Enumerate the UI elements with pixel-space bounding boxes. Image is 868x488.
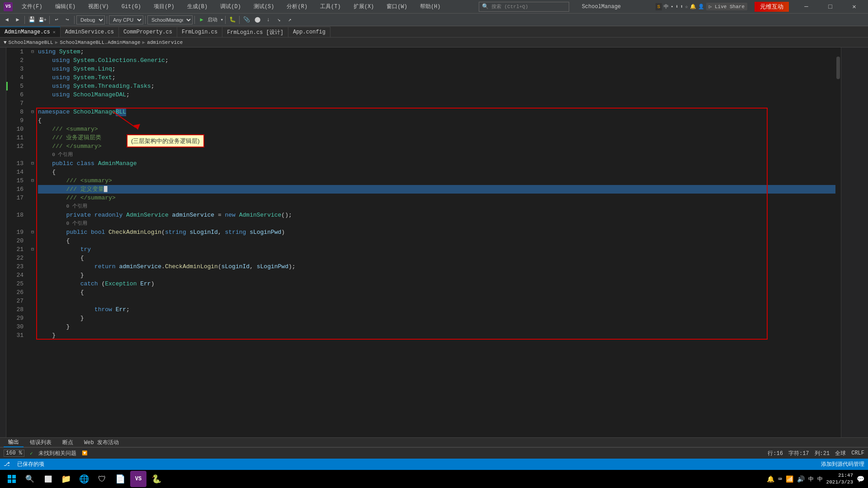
menu-project[interactable]: 项目(P)	[150, 2, 178, 12]
code-line-29	[38, 297, 835, 305]
forward-btn[interactable]: ▶	[13, 15, 23, 25]
menu-extensions[interactable]: 扩展(X)	[350, 2, 378, 12]
browser-icon[interactable]: 🌐	[76, 471, 92, 487]
code-content[interactable]: using System; using System.Collections.G…	[36, 47, 835, 437]
menu-edit[interactable]: 编辑(E)	[52, 2, 80, 12]
step-out-btn[interactable]: ↗	[285, 15, 295, 25]
menu-test[interactable]: 测试(S)	[250, 2, 278, 12]
token: class	[77, 159, 98, 168]
code-line-13: public class AdminManage	[38, 159, 835, 168]
path-right[interactable]: adminService	[147, 40, 183, 45]
tab-frm-login-design[interactable]: FrmLogin.cs [设计]	[222, 27, 288, 37]
tab-frm-login[interactable]: FrmLogin.cs	[177, 27, 222, 37]
tab-admin-manage[interactable]: AdminManage.cs ✕	[0, 27, 61, 37]
indent-11	[38, 142, 52, 151]
tab-close-admin[interactable]: ✕	[53, 29, 56, 35]
debug-btn[interactable]: 🐛	[227, 15, 237, 25]
explorer-icon[interactable]: 📁	[58, 471, 74, 487]
tab-app-config[interactable]: App.config	[288, 27, 330, 37]
search-input[interactable]: 搜索 (Ctrl+Q)	[491, 3, 528, 10]
fold-13[interactable]: ⊟	[29, 159, 36, 168]
token: (	[161, 228, 165, 237]
attach-btn[interactable]: 📎	[241, 15, 251, 25]
run-btn[interactable]: ▶	[197, 15, 207, 25]
menu-git[interactable]: Git(G)	[118, 2, 145, 12]
word-icon[interactable]: 📄	[112, 471, 128, 487]
fold-15[interactable]: ⊟	[29, 176, 36, 185]
indent-31	[38, 314, 80, 322]
minimize-button[interactable]: ─	[796, 0, 816, 14]
scrollbar-thumb[interactable]	[836, 57, 840, 79]
output-tab-errors[interactable]: 错误列表	[25, 437, 56, 447]
path-left[interactable]: SchoolManageBLL	[9, 40, 53, 45]
tab-comm-property[interactable]: CommProperty.cs	[119, 27, 177, 37]
menu-file[interactable]: 文件(F)	[18, 2, 46, 12]
maximize-button[interactable]: □	[820, 0, 840, 14]
live-share-btn[interactable]: ▷ Live Share	[706, 3, 747, 10]
menu-window[interactable]: 窗口(W)	[383, 2, 411, 12]
close-button[interactable]: ✕	[844, 0, 864, 14]
search-taskbar[interactable]: 🔍	[22, 471, 38, 487]
vertical-scrollbar[interactable]	[835, 47, 841, 437]
config-dropdown[interactable]: Debug	[76, 15, 105, 24]
vs-taskbar-icon[interactable]: VS	[130, 471, 146, 487]
menu-view[interactable]: 视图(V)	[85, 2, 113, 12]
search-bar[interactable]: 🔍 搜索 (Ctrl+Q)	[479, 2, 569, 12]
code-line-32: }	[38, 322, 835, 331]
token: string	[225, 228, 250, 237]
token: <summary>	[66, 125, 98, 133]
python-icon[interactable]: 🐍	[148, 471, 165, 487]
step-over-btn[interactable]: ↓	[263, 15, 273, 25]
undo-btn[interactable]: ↩	[52, 15, 61, 25]
fold-21[interactable]: ⊟	[29, 228, 36, 237]
fold-30	[29, 305, 36, 314]
menu-analyze[interactable]: 分析(R)	[283, 2, 311, 12]
line-num-20: 20	[6, 237, 26, 245]
output-tab-breakpoints[interactable]: 断点	[58, 437, 78, 447]
menu-debug[interactable]: 调试(D)	[217, 2, 245, 12]
save-all-btn[interactable]: 💾+	[38, 15, 47, 25]
token: {	[52, 168, 56, 176]
menu-help[interactable]: 帮助(H)	[416, 2, 444, 12]
token: }	[66, 322, 70, 331]
output-tab-webpublish[interactable]: Web 发布活动	[80, 437, 123, 447]
fold-0[interactable]: ⊟	[29, 47, 36, 56]
save-btn[interactable]: 💾	[27, 15, 37, 25]
output-tab-output[interactable]: 输出	[4, 437, 24, 447]
menu-tools[interactable]: 工具(T)	[316, 2, 344, 12]
error-check-icon: ✓	[30, 450, 33, 456]
step-into-btn[interactable]: ↘	[274, 15, 284, 25]
add-to-source[interactable]: 添加到源代码管理	[821, 460, 864, 468]
token: adminService	[172, 211, 217, 219]
token: return	[94, 262, 119, 271]
start-button[interactable]	[4, 471, 20, 487]
project-dropdown[interactable]: SchoolManage	[147, 15, 193, 24]
token: CheckAdminLogin	[165, 262, 218, 271]
line-num-14: 14	[6, 168, 26, 176]
path-middle[interactable]: SchoolManageBLL.AdminManage	[60, 40, 140, 45]
platform-dropdown[interactable]: Any CPU	[109, 15, 143, 24]
fold-23[interactable]: ⊟	[29, 245, 36, 254]
tab-admin-service-label: AdminService.cs	[65, 29, 114, 35]
breakpoint-btn[interactable]: ⬤	[252, 15, 262, 25]
indent-20	[38, 219, 66, 228]
taskview-btn[interactable]: ⬜	[40, 471, 56, 487]
menu-build[interactable]: 生成(B)	[184, 2, 212, 12]
code-line-19: private readonly AdminService adminServi…	[38, 211, 835, 219]
tab-admin-service[interactable]: AdminService.cs	[61, 27, 119, 37]
line-num-28: 28	[6, 305, 26, 314]
line-numbers: 1234567891011121314151617181920212223242…	[6, 47, 29, 437]
token: try	[80, 245, 91, 254]
antivirus-icon[interactable]: 🛡	[94, 471, 110, 487]
notification-btn[interactable]: 💬	[857, 475, 864, 483]
line-num-13: 13	[6, 159, 26, 168]
indent-4	[38, 82, 52, 90]
back-btn[interactable]: ◀	[2, 15, 12, 25]
token: System.Threading.Tasks	[73, 82, 151, 90]
token: ();	[281, 211, 292, 219]
fold-indicators[interactable]: ⊟⊟⊟⊟⊟⊟	[29, 47, 36, 437]
redo-btn[interactable]: ↪	[62, 15, 72, 25]
fold-7[interactable]: ⊟	[29, 108, 36, 116]
zoom-level[interactable]: 160 %	[4, 450, 24, 457]
token: using	[52, 56, 73, 65]
